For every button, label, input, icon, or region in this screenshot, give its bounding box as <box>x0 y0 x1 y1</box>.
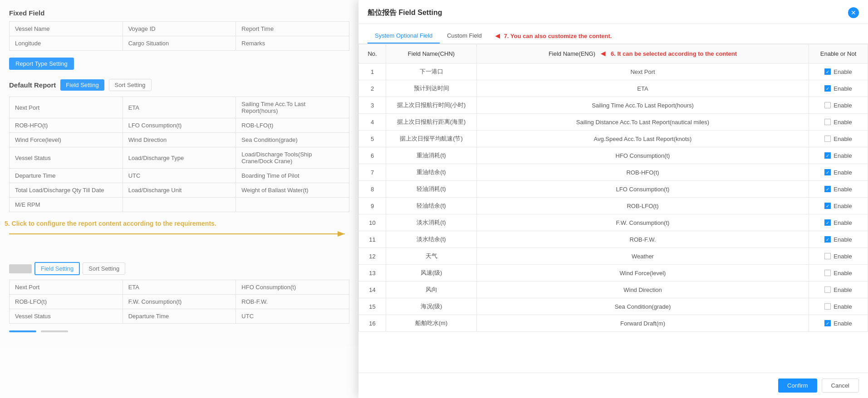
modal-panel: 船位报告 Field Setting ✕ System Optional Fie… <box>358 0 868 398</box>
default-report-cell: Wind Direction <box>123 133 236 147</box>
checkbox-unchecked[interactable] <box>824 286 831 293</box>
checkbox-checked[interactable]: ✓ <box>824 219 831 226</box>
close-button[interactable]: ✕ <box>848 7 859 18</box>
tab-custom-field[interactable]: Custom Field <box>440 29 489 44</box>
cell-enable[interactable]: ✓Enable <box>809 315 868 332</box>
checkbox-unchecked[interactable] <box>824 270 831 276</box>
grey-bar <box>9 264 32 273</box>
field-table-container[interactable]: No. Field Name(CHN) Field Name(ENG) ◄ 6.… <box>358 44 868 373</box>
cell-eng: ROB-F.W. <box>477 231 809 248</box>
cell-enable[interactable]: Enable <box>809 298 868 315</box>
bottom-report-cell: UTC <box>236 309 349 324</box>
cell-no: 5 <box>359 131 386 147</box>
field-table: No. Field Name(CHN) Field Name(ENG) ◄ 6.… <box>358 44 868 332</box>
confirm-button[interactable]: Confirm <box>778 379 817 393</box>
enable-text: Enable <box>834 68 852 75</box>
cell-enable[interactable]: ✓Enable <box>809 80 868 97</box>
arrow-left-icon: ◄ <box>494 31 502 41</box>
cell-enable[interactable]: ✓Enable <box>809 147 868 164</box>
cell-enable[interactable]: ✓Enable <box>809 63 868 80</box>
table-row: 3据上次日报航行时间(小时)Sailing Time Acc.To Last R… <box>359 97 868 114</box>
checkbox-checked[interactable]: ✓ <box>824 169 831 175</box>
cell-eng: Weather <box>477 248 809 265</box>
table-row: 7重油结余(t)ROB-HFO(t)✓Enable <box>359 164 868 181</box>
checkbox-checked[interactable]: ✓ <box>824 186 831 192</box>
fixed-field-cell: Remarks <box>236 36 349 51</box>
table-row: 14风向Wind DirectionEnable <box>359 282 868 298</box>
default-report-cell: Weight of Ballast Water(t) <box>236 183 349 198</box>
checkbox-checked[interactable]: ✓ <box>824 85 831 92</box>
cell-enable[interactable]: ✓Enable <box>809 164 868 181</box>
annotation-6-text: 6. It can be selected according to the c… <box>611 50 737 57</box>
checkbox-checked[interactable]: ✓ <box>824 320 831 326</box>
report-type-button[interactable]: Report Type Setting <box>9 58 74 70</box>
cell-enable[interactable]: ✓Enable <box>809 198 868 214</box>
bottom-report-table: Next PortETAHFO Consumption(t)ROB-LFO(t)… <box>9 280 349 324</box>
cell-enable[interactable]: Enable <box>809 265 868 282</box>
default-report-cell: LFO Consumption(t) <box>123 118 236 133</box>
annotation-5-arrow <box>5 227 354 241</box>
default-report-cell: Wind Force(level) <box>10 133 123 147</box>
cell-chn: 轻油消耗(t) <box>386 181 477 198</box>
th-enable: Enable or Not <box>809 44 868 63</box>
cell-enable[interactable]: Enable <box>809 131 868 147</box>
cell-no: 7 <box>359 164 386 181</box>
cell-enable[interactable]: Enable <box>809 114 868 131</box>
bottom-report-cell: Departure Time <box>123 309 236 324</box>
cell-chn: 风速(级) <box>386 265 477 282</box>
field-setting-button-bottom[interactable]: Field Setting <box>34 262 80 275</box>
cell-chn: 风向 <box>386 282 477 298</box>
cell-eng: Wind Direction <box>477 282 809 298</box>
field-setting-button-top[interactable]: Field Setting <box>60 79 104 91</box>
checkbox-unchecked[interactable] <box>824 253 831 259</box>
checkbox-unchecked[interactable] <box>824 136 831 142</box>
table-row: 9轻油结余(t)ROB-LFO(t)✓Enable <box>359 198 868 214</box>
cell-enable[interactable]: Enable <box>809 97 868 114</box>
cell-chn: 淡水消耗(t) <box>386 214 477 231</box>
cell-chn: 预计到达时间 <box>386 80 477 97</box>
fixed-field-cell: Vessel Name <box>10 22 123 36</box>
enable-text: Enable <box>834 85 852 92</box>
cell-chn: 船舶吃水(m) <box>386 315 477 332</box>
cell-chn: 海况(级) <box>386 298 477 315</box>
default-report-title: Default Report <box>9 81 56 89</box>
enable-text: Enable <box>834 303 852 310</box>
cell-enable[interactable]: Enable <box>809 248 868 265</box>
sort-setting-button-top[interactable]: Sort Setting <box>109 79 152 91</box>
cell-no: 12 <box>359 248 386 265</box>
cell-enable[interactable]: ✓Enable <box>809 214 868 231</box>
cell-no: 10 <box>359 214 386 231</box>
cell-no: 2 <box>359 80 386 97</box>
checkbox-unchecked[interactable] <box>824 102 831 108</box>
checkbox-unchecked[interactable] <box>824 119 831 125</box>
cell-enable[interactable]: ✓Enable <box>809 231 868 248</box>
sort-setting-button-bottom[interactable]: Sort Setting <box>83 262 125 275</box>
annotation-7: ◄ 7. You can also customize the content. <box>494 31 612 41</box>
cell-enable[interactable]: Enable <box>809 282 868 298</box>
checkbox-unchecked[interactable] <box>824 303 831 310</box>
default-report-cell: Departure Time <box>10 169 123 183</box>
table-row: 15海况(级)Sea Condition(grade)Enable <box>359 298 868 315</box>
cell-chn: 天气 <box>386 248 477 265</box>
enable-text: Enable <box>834 253 852 260</box>
cell-no: 13 <box>359 265 386 282</box>
default-report-cell: Load/Discharge Unit <box>123 183 236 198</box>
tab-system-optional-field[interactable]: System Optional Field <box>368 29 440 44</box>
table-row: 11淡水结余(t)ROB-F.W.✓Enable <box>359 231 868 248</box>
checkbox-checked[interactable]: ✓ <box>824 236 831 243</box>
checkbox-checked[interactable]: ✓ <box>824 203 831 209</box>
default-report-cell: ROB-LFO(t) <box>236 118 349 133</box>
default-report-cell <box>123 198 236 212</box>
checkbox-checked[interactable]: ✓ <box>824 68 831 75</box>
default-report-cell: Boarding Time of Pilot <box>236 169 349 183</box>
checkbox-checked[interactable]: ✓ <box>824 152 831 159</box>
enable-text: Enable <box>834 186 852 193</box>
cell-enable[interactable]: ✓Enable <box>809 181 868 198</box>
cancel-button[interactable]: Cancel <box>822 379 859 393</box>
table-row: 1下一港口Next Port✓Enable <box>359 63 868 80</box>
cell-no: 15 <box>359 298 386 315</box>
cell-eng: Sailing Time Acc.To Last Report(hours) <box>477 97 809 114</box>
cell-eng: Sea Condition(grade) <box>477 298 809 315</box>
default-report-cell <box>236 198 349 212</box>
th-eng: Field Name(ENG) ◄ 6. It can be selected … <box>477 44 809 63</box>
